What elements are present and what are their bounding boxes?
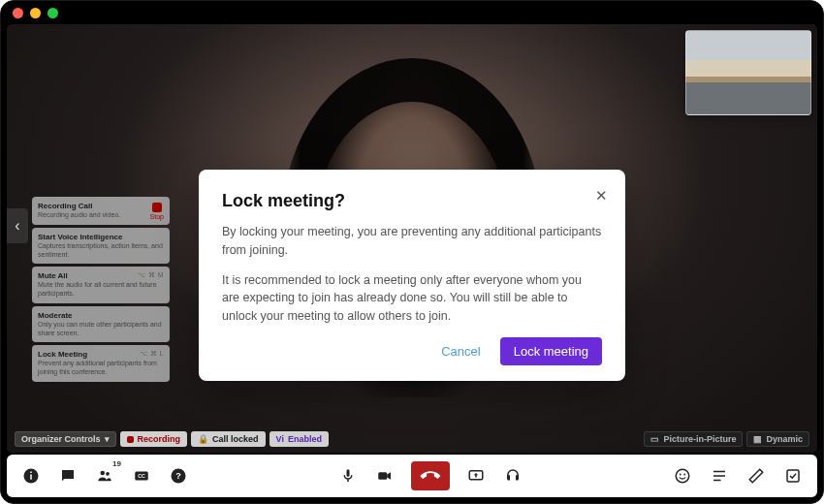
share-screen-icon[interactable] <box>465 465 487 487</box>
app-window: ‹ Recording Call Recording audio and vid… <box>0 0 824 504</box>
svg-text:CC: CC <box>138 473 145 479</box>
svg-point-14 <box>683 474 685 476</box>
bottom-toolbar: 19 CC ? <box>7 455 817 497</box>
modal-body-2: It is recommended to lock a meeting only… <box>222 271 602 326</box>
help-icon[interactable]: ? <box>168 465 189 487</box>
end-call-button[interactable] <box>411 461 450 490</box>
chat-icon[interactable] <box>57 465 79 487</box>
toolbar-right-group <box>672 465 804 487</box>
window-close-dot[interactable] <box>13 8 23 18</box>
cc-icon[interactable]: CC <box>131 465 152 487</box>
svg-point-13 <box>680 474 681 476</box>
tasks-icon[interactable] <box>782 465 804 487</box>
window-minimize-dot[interactable] <box>30 8 41 18</box>
mic-icon[interactable] <box>337 465 359 487</box>
toolbar-left-group: 19 CC ? <box>20 465 189 487</box>
close-icon: ✕ <box>595 187 608 204</box>
info-icon[interactable] <box>20 465 42 487</box>
svg-rect-10 <box>378 472 387 480</box>
window-zoom-dot[interactable] <box>48 8 58 18</box>
svg-point-12 <box>676 469 689 483</box>
svg-rect-15 <box>787 470 799 482</box>
headset-icon[interactable] <box>502 465 523 487</box>
svg-rect-2 <box>30 472 32 474</box>
modal-close-button[interactable]: ✕ <box>591 183 612 208</box>
lock-meeting-button[interactable]: Lock meeting <box>500 337 602 365</box>
cancel-button[interactable]: Cancel <box>428 337 493 365</box>
camera-icon[interactable] <box>374 465 396 487</box>
titlebar <box>1 1 823 24</box>
notes-icon[interactable] <box>709 465 730 487</box>
participants-icon[interactable]: 19 <box>94 465 115 487</box>
modal-body-1: By locking your meeting, you are prevent… <box>222 223 602 260</box>
whiteboard-icon[interactable] <box>745 465 767 487</box>
reactions-icon[interactable] <box>672 465 693 487</box>
svg-text:?: ? <box>175 471 181 481</box>
modal-actions: Cancel Lock meeting <box>222 337 602 365</box>
svg-rect-9 <box>347 469 350 477</box>
participants-count-badge: 19 <box>111 459 123 468</box>
video-stage: ‹ Recording Call Recording audio and vid… <box>7 24 817 453</box>
svg-point-3 <box>101 471 106 476</box>
toolbar-center-group <box>337 461 523 490</box>
svg-rect-1 <box>30 475 32 480</box>
lock-meeting-modal: ✕ Lock meeting? By locking your meeting,… <box>199 170 625 381</box>
svg-point-4 <box>106 472 110 476</box>
modal-title: Lock meeting? <box>222 191 602 211</box>
